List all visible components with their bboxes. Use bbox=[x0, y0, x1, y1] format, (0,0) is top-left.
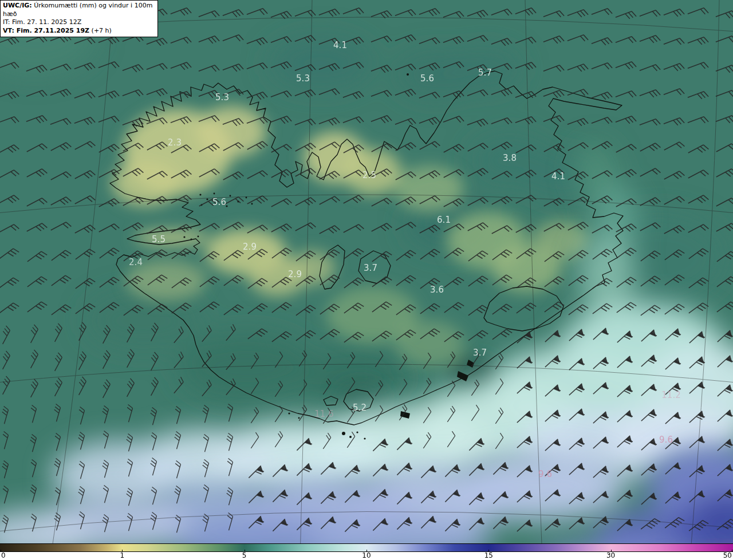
colorbar bbox=[0, 543, 733, 552]
map-canvas bbox=[0, 0, 733, 543]
title-box: UWC/IG: Úrkomumætti (mm) og vindur i 100… bbox=[0, 0, 158, 37]
colorbar-tick-label: 0 bbox=[1, 552, 6, 559]
init-time: IT: Fim. 27. 11. 2025 12Z bbox=[3, 18, 81, 26]
title-line-init: IT: Fim. 27. 11. 2025 12Z bbox=[3, 18, 155, 27]
colorbar-tick-label: 50 bbox=[723, 552, 732, 559]
valid-offset: (+7 h) bbox=[89, 27, 112, 34]
map-area: 4.15.35.65.35.72.33.84.12.55.66.15.52.92… bbox=[0, 0, 733, 543]
title-line-product: UWC/IG: Úrkomumætti (mm) og vindur i 100… bbox=[3, 2, 155, 18]
weather-map-frame: 4.15.35.65.35.72.33.84.12.55.66.15.52.92… bbox=[0, 0, 733, 560]
valid-time: VT: Fim. 27.11.2025 19Z bbox=[3, 27, 89, 34]
colorbar-tick-label: 15 bbox=[484, 552, 493, 559]
colorbar-tick-label: 1 bbox=[120, 552, 125, 559]
colorbar-tick-label: 30 bbox=[606, 552, 615, 559]
product-code: UWC/IG: bbox=[3, 2, 32, 9]
title-line-valid: VT: Fim. 27.11.2025 19Z (+7 h) bbox=[3, 27, 155, 36]
colorbar-tick-label: 10 bbox=[362, 552, 371, 559]
colorbar-labels: 01510153050 bbox=[0, 552, 733, 560]
colorbar-tick-label: 5 bbox=[242, 552, 247, 559]
